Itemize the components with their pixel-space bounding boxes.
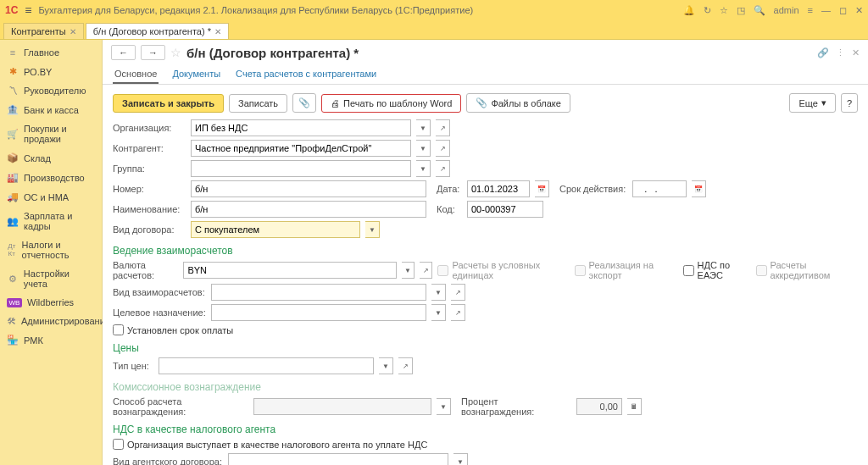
open-icon[interactable]: ↗	[436, 160, 450, 177]
sidebar-item-rmk[interactable]: 🏪РМК	[0, 330, 102, 350]
main-menu-icon[interactable]: ≡	[25, 3, 31, 17]
subtab-accounts[interactable]: Счета расчетов с контрагентами	[234, 65, 378, 84]
app-title: Бухгалтерия для Беларуси, редакция 2.1. …	[39, 5, 676, 15]
sidebar-item-roby[interactable]: ✱РО.BY	[0, 62, 102, 81]
chart-icon: 〽	[7, 86, 19, 96]
open-icon[interactable]: ↗	[398, 357, 413, 374]
close-form-icon[interactable]: ✕	[852, 47, 860, 58]
section-prices: Цены	[113, 342, 858, 354]
dropdown-icon[interactable]: ▼	[416, 160, 431, 177]
open-icon[interactable]: ↗	[436, 119, 450, 136]
purpose-input[interactable]	[211, 304, 426, 321]
dropdown-icon[interactable]: ▼	[416, 140, 431, 157]
open-icon[interactable]: ↗	[451, 284, 465, 301]
close-icon[interactable]: ✕	[214, 27, 221, 36]
dropdown-icon[interactable]: ▼	[379, 357, 393, 374]
group-input[interactable]	[191, 160, 411, 177]
section-commission: Комиссионное вознаграждение	[113, 381, 858, 393]
sidebar-item-hr[interactable]: 👥Зарплата и кадры	[0, 207, 102, 235]
minimize-icon[interactable]: —	[821, 5, 831, 16]
dropdown-icon[interactable]: ▼	[416, 119, 431, 136]
dropdown-icon[interactable]: ▼	[365, 221, 380, 238]
chk-payment-term[interactable]: Установлен срок оплаты	[113, 324, 233, 335]
sidebar-item-sales[interactable]: 🛒Покупки и продажи	[0, 119, 102, 148]
form-toolbar: Записать и закрыть Записать 📎 🖨Печать по…	[103, 90, 868, 116]
chk-conditional[interactable]: Расчеты в условных единицах	[437, 260, 569, 280]
tab-contractors[interactable]: Контрагенты✕	[3, 23, 84, 39]
bell-icon[interactable]: 🔔	[683, 5, 695, 16]
contract-type-input[interactable]	[191, 221, 360, 238]
options-icon[interactable]: ⋮	[836, 47, 845, 58]
list-icon: ≡	[7, 47, 19, 58]
favorites-icon[interactable]: ☆	[720, 5, 728, 16]
chk-accreditive[interactable]: Расчеты аккредитивом	[756, 260, 858, 280]
number-input[interactable]	[191, 180, 426, 197]
mark-icon[interactable]: ◳	[737, 5, 745, 16]
agent-type-input[interactable]	[228, 453, 448, 465]
subtab-documents[interactable]: Документы	[170, 65, 222, 84]
sidebar-item-warehouse[interactable]: 📦Склад	[0, 148, 102, 168]
organization-input[interactable]	[191, 119, 411, 136]
date-input[interactable]	[467, 180, 530, 197]
help-button[interactable]: ?	[841, 93, 858, 113]
form-header: ← → ☆ б/н (Договор контрагента) * 🔗 ⋮ ✕	[103, 40, 868, 65]
window-tabs: Контрагенты✕ б/н (Договор контрагента) *…	[0, 20, 868, 40]
more-button[interactable]: Еще ▾	[789, 93, 835, 113]
currency-input[interactable]	[183, 262, 396, 279]
forward-button[interactable]: →	[141, 45, 165, 60]
back-button[interactable]: ←	[111, 45, 136, 60]
form-body: Организация: ▼ ↗ Контрагент: ▼ ↗ Группа:…	[103, 116, 868, 465]
open-icon[interactable]: ↗	[451, 304, 465, 321]
sidebar-item-main[interactable]: ≡Главное	[0, 43, 102, 62]
sidebar-item-assets[interactable]: 🚚ОС и НМА	[0, 187, 102, 207]
dropdown-icon[interactable]: ▼	[402, 262, 415, 279]
settle-type-input[interactable]	[211, 284, 426, 301]
commission-pct-input	[576, 398, 622, 415]
dropdown-icon[interactable]: ▼	[453, 453, 468, 465]
sidebar-item-tax[interactable]: Дт КтНалоги и отчетность	[0, 235, 102, 264]
chk-eaes[interactable]: НДС по ЕАЭС	[683, 260, 751, 280]
save-close-button[interactable]: Записать и закрыть	[113, 94, 224, 113]
sidebar-item-settings[interactable]: ⚙Настройки учета	[0, 264, 102, 293]
sidebar-item-bank[interactable]: 🏦Банк и касса	[0, 100, 102, 119]
tab-contract[interactable]: б/н (Договор контрагента) *✕	[86, 23, 229, 39]
attach-button[interactable]: 📎	[292, 93, 316, 113]
open-icon[interactable]: ↗	[420, 262, 432, 279]
term-input[interactable]	[632, 180, 687, 197]
purpose-label: Целевое назначение:	[113, 307, 206, 318]
dropdown-icon[interactable]: ▼	[431, 304, 446, 321]
dtkt-icon: Дт Кт	[7, 242, 17, 257]
code-input[interactable]	[467, 201, 543, 218]
name-input[interactable]	[191, 201, 426, 218]
link-icon[interactable]: 🔗	[817, 47, 829, 58]
sidebar-item-wildberries[interactable]: WBWildberries	[0, 293, 102, 312]
print-word-button[interactable]: 🖨Печать по шаблону Word	[321, 94, 461, 113]
subtab-main[interactable]: Основное	[113, 65, 159, 84]
settings-icon[interactable]: ≡	[808, 5, 813, 16]
chk-export[interactable]: Реализация на экспорт	[575, 260, 678, 280]
section-settlements: Ведение взаиморасчетов	[113, 245, 858, 257]
files-cloud-button[interactable]: 📎Файлы в облаке	[466, 93, 570, 113]
search-icon[interactable]: 🔍	[754, 5, 765, 16]
chk-vat-agent[interactable]: Организация выступает в качестве налогов…	[113, 439, 427, 450]
sidebar-item-admin[interactable]: 🛠Администрирование	[0, 312, 102, 330]
commission-method-input	[253, 398, 431, 415]
favorite-icon[interactable]: ☆	[170, 46, 181, 59]
sidebar-item-production[interactable]: 🏭Производство	[0, 168, 102, 187]
dropdown-icon[interactable]: ▼	[431, 284, 446, 301]
term-label: Срок действия:	[559, 184, 627, 194]
settle-type-label: Вид взаиморасчетов:	[113, 287, 206, 297]
sidebar-item-manager[interactable]: 〽Руководителю	[0, 81, 102, 100]
history-icon[interactable]: ↻	[704, 5, 711, 16]
name-label: Наименование:	[113, 204, 186, 214]
calendar-icon[interactable]: 📅	[692, 180, 706, 197]
user-label[interactable]: admin	[774, 5, 799, 16]
maximize-icon[interactable]: ◻	[839, 5, 847, 16]
price-type-input[interactable]	[159, 357, 374, 374]
calendar-icon[interactable]: 📅	[535, 180, 549, 197]
close-icon[interactable]: ✕	[70, 27, 76, 36]
close-icon[interactable]: ✕	[855, 5, 863, 16]
contractor-input[interactable]	[191, 140, 411, 157]
open-icon[interactable]: ↗	[436, 140, 450, 157]
save-button[interactable]: Записать	[229, 94, 287, 113]
